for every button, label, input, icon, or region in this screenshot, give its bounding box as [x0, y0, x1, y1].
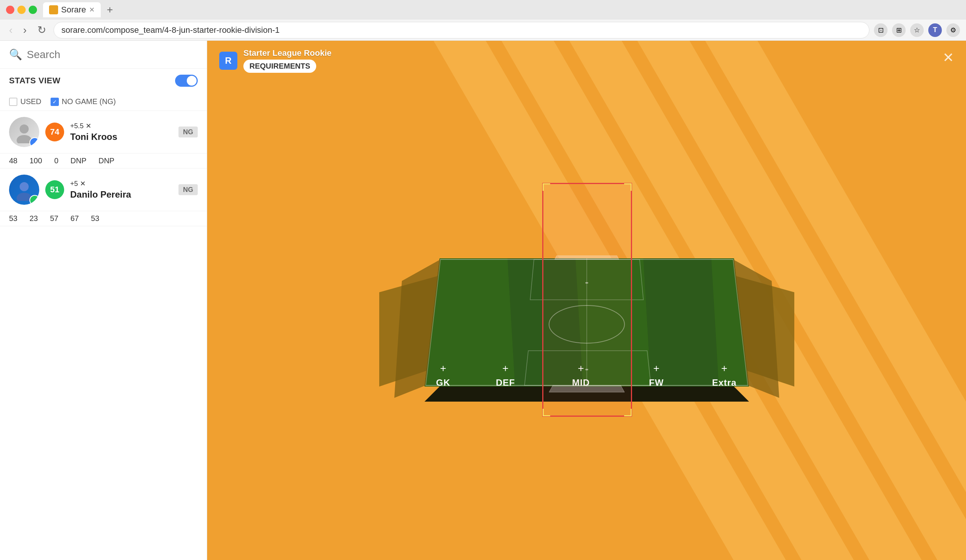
gk-label: GK: [436, 377, 450, 388]
ng-checkbox[interactable]: ✓: [51, 98, 59, 106]
stat-2-danilo: 23: [30, 214, 38, 223]
fw-plus: +: [653, 362, 659, 375]
mid-label: MID: [572, 377, 590, 388]
back-button[interactable]: ‹: [6, 23, 15, 38]
player-card-danilo[interactable]: 51 +5 ✕ Danilo Pereira NG 53 23 57 67 53: [0, 169, 207, 226]
new-tab-button[interactable]: +: [104, 2, 116, 17]
filter-row: USED ✓ NO GAME (NG): [0, 93, 207, 111]
url-text: sorare.com/compose_team/4-8-jun-starter-…: [61, 25, 279, 35]
svg-point-0: [20, 124, 29, 134]
stat-1-danilo: 53: [9, 214, 17, 223]
position-slot-extra[interactable]: + Extra: [694, 362, 755, 388]
search-icon: 🔍: [9, 48, 22, 61]
football-field-container: + GK + DEF + MID + FW: [379, 213, 794, 411]
stat-5-kroos: DNP: [99, 157, 114, 165]
browser-titlebar: Sorare ✕ +: [0, 0, 966, 20]
league-name: Starter League Rookie: [243, 48, 332, 58]
ng-badge-danilo: NG: [179, 184, 198, 195]
team-badge-kroos: [30, 137, 39, 147]
used-filter[interactable]: USED: [9, 97, 41, 106]
extensions-icon[interactable]: ⊞: [892, 23, 905, 37]
svg-point-2: [20, 182, 29, 191]
address-bar[interactable]: sorare.com/compose_team/4-8-jun-starter-…: [54, 22, 869, 38]
minimize-traffic-light[interactable]: [17, 6, 26, 14]
field-header: R Starter League Rookie REQUIREMENTS ✕: [207, 41, 966, 80]
fw-label: FW: [649, 377, 664, 388]
field-panel: R Starter League Rookie REQUIREMENTS ✕: [207, 41, 966, 560]
position-slot-def[interactable]: + DEF: [468, 362, 544, 388]
player-avatar-danilo: [9, 175, 39, 205]
browser-toolbar: ‹ › ↻ sorare.com/compose_team/4-8-jun-st…: [0, 20, 966, 41]
sidebar: 🔍 STATS VIEW USED ✓ NO GAME (NG): [0, 41, 207, 560]
extra-label: Extra: [712, 377, 737, 388]
stat-4-kroos: DNP: [71, 157, 86, 165]
stats-view-label: STATS VIEW: [9, 76, 61, 85]
score-badge-danilo: 51: [45, 180, 64, 199]
player-card-kroos[interactable]: 74 +5.5 ✕ Toni Kroos NG 48 100 0 DNP DNP: [0, 111, 207, 169]
stat-3-danilo: 57: [50, 214, 59, 223]
search-bar: 🔍: [0, 41, 207, 69]
browser-tab[interactable]: Sorare ✕: [43, 2, 101, 17]
tab-favicon: [49, 5, 58, 14]
stats-view-toggle[interactable]: [175, 75, 198, 87]
stat-5-danilo: 53: [91, 214, 99, 223]
profile-icon[interactable]: T: [928, 23, 942, 37]
forward-button[interactable]: ›: [20, 23, 30, 38]
position-slot-fw[interactable]: + FW: [619, 362, 694, 388]
main-layout: 🔍 STATS VIEW USED ✓ NO GAME (NG): [0, 41, 966, 560]
stat-1-kroos: 48: [9, 157, 17, 165]
used-checkbox[interactable]: [9, 98, 17, 106]
browser-chrome: Sorare ✕ + ‹ › ↻ sorare.com/compose_team…: [0, 0, 966, 41]
score-badge-kroos: 74: [45, 123, 64, 141]
stat-2-kroos: 100: [30, 157, 42, 165]
toggle-thumb: [187, 76, 197, 85]
def-label: DEF: [496, 377, 515, 388]
close-button[interactable]: ✕: [943, 50, 954, 65]
maximize-traffic-light[interactable]: [29, 6, 37, 14]
mid-plus: +: [578, 362, 584, 375]
search-input[interactable]: [27, 49, 198, 61]
favorites-icon[interactable]: ☆: [910, 23, 924, 37]
svg-point-20: [585, 282, 588, 283]
browser-actions: ⊡ ⊞ ☆ T ⚙: [874, 23, 960, 37]
refresh-button[interactable]: ↻: [34, 22, 49, 38]
tab-title: Sorare: [61, 5, 86, 15]
team-badge-danilo: [30, 195, 39, 205]
tab-bar: Sorare ✕ +: [43, 2, 960, 17]
stats-toggle-row: STATS VIEW: [0, 69, 207, 93]
player-card-inner-danilo: 51 +5 ✕ Danilo Pereira NG: [0, 169, 207, 211]
league-info: Starter League Rookie REQUIREMENTS: [243, 48, 332, 73]
tab-close-button[interactable]: ✕: [89, 6, 95, 14]
player-stats-danilo: 53 23 57 67 53: [0, 211, 207, 226]
stat-4-danilo: 67: [71, 214, 79, 223]
position-slot-mid[interactable]: + MID: [544, 362, 619, 388]
position-slots: + GK + DEF + MID + FW: [379, 362, 794, 388]
ng-label: NO GAME (NG): [62, 97, 116, 106]
ng-badge-kroos: NG: [179, 127, 198, 138]
ng-filter[interactable]: ✓ NO GAME (NG): [51, 97, 116, 106]
extra-plus: +: [721, 362, 727, 375]
def-plus: +: [502, 362, 508, 375]
player-stats-kroos: 48 100 0 DNP DNP: [0, 154, 207, 169]
traffic-lights: [6, 6, 37, 14]
stat-3-kroos: 0: [54, 157, 59, 165]
close-traffic-light[interactable]: [6, 6, 14, 14]
svg-marker-18: [555, 255, 619, 259]
player-avatar-kroos: [9, 117, 39, 147]
league-badge: R: [219, 52, 237, 70]
position-slot-gk[interactable]: + GK: [419, 362, 468, 388]
requirements-button[interactable]: REQUIREMENTS: [243, 60, 316, 73]
settings-icon[interactable]: ⚙: [946, 23, 960, 37]
league-badge-label: R: [225, 56, 231, 66]
player-card-inner: 74 +5.5 ✕ Toni Kroos NG: [0, 111, 207, 154]
cast-icon[interactable]: ⊡: [874, 23, 887, 37]
used-label: USED: [20, 97, 41, 106]
gk-plus: +: [440, 362, 446, 375]
